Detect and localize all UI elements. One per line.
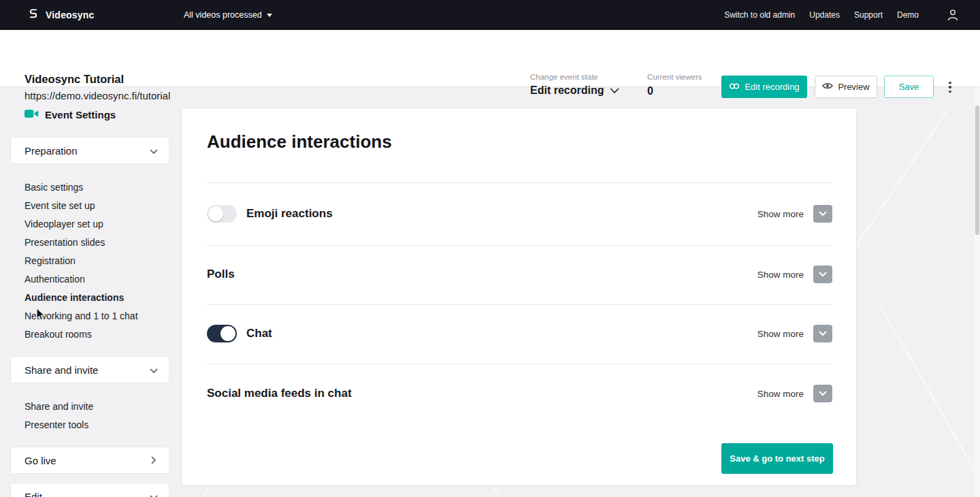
expand-button[interactable]	[813, 266, 832, 283]
video-camera-icon	[24, 109, 39, 121]
processing-status-dropdown[interactable]: All videos processed	[184, 0, 272, 30]
emoji-reactions-toggle[interactable]	[207, 205, 237, 223]
group-label: Go live	[24, 455, 56, 466]
processing-status-label: All videos processed	[184, 10, 262, 20]
expand-button[interactable]	[813, 205, 832, 223]
sidebar-item-videoplayer-set-up[interactable]: Videoplayer set up	[11, 214, 169, 233]
setting-label: Chat	[246, 327, 272, 340]
save-and-next-label: Save & go to next step	[730, 453, 824, 464]
brand[interactable]: Videosync	[27, 0, 95, 30]
brand-name: Videosync	[46, 10, 95, 20]
show-more-link[interactable]: Show more	[757, 270, 804, 280]
setting-row-polls: Polls Show more	[207, 259, 832, 289]
divider	[207, 245, 832, 246]
edit-recording-button[interactable]: Edit recording	[721, 76, 807, 98]
sidebar-item-authentication[interactable]: Authentication	[11, 270, 169, 288]
show-more-link[interactable]: Show more	[757, 389, 804, 399]
page-title: Audience interactions	[207, 131, 392, 153]
save-and-next-button[interactable]: Save & go to next step	[721, 443, 833, 474]
group-label: Share and invite	[24, 364, 98, 376]
chevron-down-icon	[610, 84, 619, 97]
sidebar-item-audience-interactions[interactable]: Audience interactions	[11, 288, 169, 306]
main-area: Event Settings Preparation Basic setting…	[0, 86, 980, 497]
chevron-down-icon	[150, 364, 158, 376]
sidebar-group-preparation[interactable]: Preparation	[11, 138, 169, 163]
current-viewers-label: Current viewers	[647, 73, 702, 81]
sidebar-group-go-live[interactable]: Go live	[11, 447, 169, 473]
save-button-label: Save	[899, 82, 919, 92]
setting-row-social-media-feeds: Social media feeds in chat Show more	[207, 379, 832, 408]
save-button[interactable]: Save	[884, 76, 934, 98]
divider	[207, 304, 832, 305]
share-items: Share and invite Presenter tools	[11, 397, 169, 434]
scrollbar-track[interactable]	[975, 86, 980, 497]
sidebar-item-basic-settings[interactable]: Basic settings	[11, 178, 169, 196]
divider	[207, 182, 832, 183]
show-more-link[interactable]: Show more	[757, 329, 804, 339]
recording-loop-icon	[729, 82, 740, 92]
setting-label: Social media feeds in chat	[207, 387, 352, 400]
chevron-down-icon	[150, 145, 158, 157]
group-label: Preparation	[24, 145, 78, 157]
link-demo[interactable]: Demo	[897, 10, 919, 20]
preview-button-label: Preview	[838, 82, 869, 92]
setting-label: Polls	[207, 268, 235, 281]
sidebar-item-event-site-set-up[interactable]: Event site set up	[11, 196, 169, 214]
more-options-button[interactable]	[945, 79, 955, 95]
sidebar-item-presenter-tools[interactable]: Presenter tools	[11, 415, 169, 434]
expand-button[interactable]	[813, 385, 832, 402]
chevron-right-icon	[151, 456, 157, 464]
top-bar: Videosync All videos processed Switch to…	[0, 0, 980, 30]
link-support[interactable]: Support	[854, 10, 883, 20]
link-updates[interactable]: Updates	[809, 10, 840, 20]
expand-button[interactable]	[813, 325, 832, 342]
link-switch-old-admin[interactable]: Switch to old admin	[724, 10, 795, 20]
event-state-block: Change event state Edit recording	[530, 73, 619, 97]
eye-icon	[822, 82, 833, 92]
videosync-logo-icon	[27, 7, 39, 22]
setting-row-emoji-reactions: Emoji reactions Show more	[207, 199, 832, 229]
setting-row-chat: Chat Show more	[207, 319, 832, 349]
event-header: Videosync Tutorial https://demo.videosyn…	[0, 30, 980, 86]
background-pattern-line	[878, 303, 975, 468]
current-viewers-block: Current viewers 0	[647, 73, 702, 97]
sidebar-item-registration[interactable]: Registration	[11, 251, 169, 270]
sidebar-item-breakout-rooms[interactable]: Breakout rooms	[11, 325, 169, 343]
sidebar-item-presentation-slides[interactable]: Presentation slides	[11, 233, 169, 251]
sidebar-group-share-and-invite[interactable]: Share and invite	[11, 357, 169, 383]
sidebar-group-edit[interactable]: Edit	[11, 483, 169, 497]
scrollbar-thumb[interactable]	[975, 106, 979, 235]
divider	[207, 364, 832, 364]
sidebar-title: Event Settings	[24, 109, 116, 121]
edit-recording-button-label: Edit recording	[745, 82, 799, 92]
event-title: Videosync Tutorial	[24, 73, 170, 86]
toggle-knob	[208, 206, 223, 221]
setting-label: Emoji reactions	[246, 207, 333, 221]
top-links: Switch to old admin Updates Support Demo	[724, 0, 919, 30]
event-info: Videosync Tutorial https://demo.videosyn…	[24, 73, 170, 101]
sidebar-item-share-and-invite[interactable]: Share and invite	[11, 397, 169, 415]
caret-down-icon	[267, 14, 272, 17]
show-more-link[interactable]: Show more	[757, 209, 804, 219]
group-label: Edit	[24, 491, 42, 497]
current-viewers-count: 0	[647, 85, 702, 97]
toggle-knob	[220, 326, 235, 341]
user-account-icon[interactable]	[946, 8, 960, 22]
preview-button[interactable]: Preview	[815, 76, 877, 98]
event-state-label: Change event state	[530, 73, 619, 81]
event-state-dropdown[interactable]: Edit recording	[530, 84, 619, 97]
audience-interactions-panel: Audience interactions Emoji reactions Sh…	[181, 108, 857, 486]
chevron-down-icon	[150, 491, 158, 497]
sidebar-item-networking-1to1-chat[interactable]: Networking and 1 to 1 chat	[11, 306, 169, 325]
event-state-value: Edit recording	[530, 84, 604, 97]
chat-toggle[interactable]	[207, 325, 237, 342]
preparation-items: Basic settings Event site set up Videopl…	[11, 178, 169, 343]
event-url[interactable]: https://demo.videosync.fi/tutorial	[24, 90, 170, 101]
sidebar-title-label: Event Settings	[45, 109, 116, 121]
